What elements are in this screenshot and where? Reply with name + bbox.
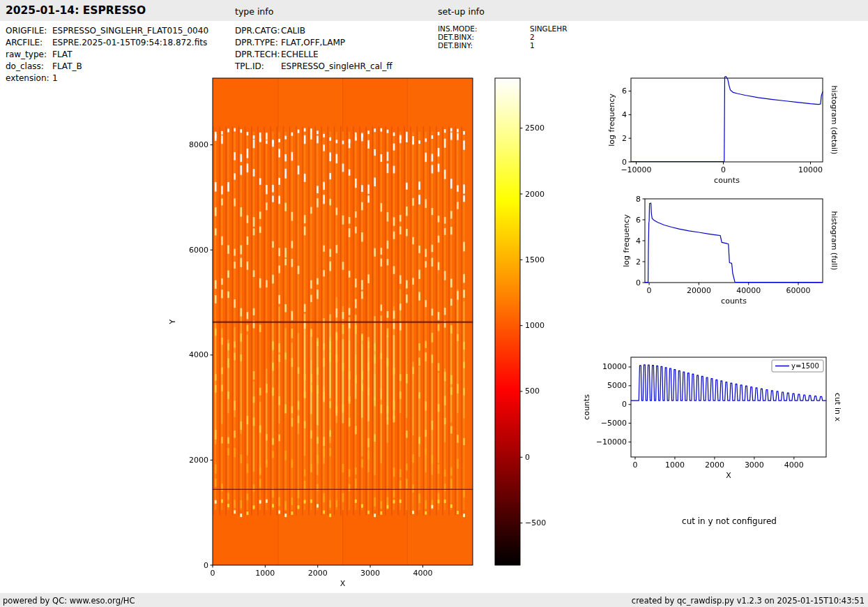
colorbar-tick-label: 0 xyxy=(525,453,530,462)
info-value: ECHELLE xyxy=(281,50,319,59)
y-axis-label: Y xyxy=(168,319,177,324)
x-tick-label: 0 xyxy=(211,569,215,578)
right-axis-label: histogram (detail) xyxy=(830,86,839,155)
x-tick-label: 20000 xyxy=(687,286,711,295)
info-value: FLAT xyxy=(52,50,72,59)
info-label: extension: xyxy=(6,73,52,84)
y-tick-label: 2000 xyxy=(189,456,208,465)
x-axis-label: X xyxy=(726,471,731,480)
info-row: do_class:FLAT_B xyxy=(6,61,208,73)
info-row: raw_type:FLAT xyxy=(6,49,208,61)
colorbar-tick-label: 500 xyxy=(525,387,540,396)
qc-report-page: 2025-01-14: ESPRESSO type info set-up in… xyxy=(0,0,868,607)
x-axis-label: X xyxy=(340,579,346,588)
data-series xyxy=(645,203,823,283)
y-tick-label: 0 xyxy=(622,400,627,409)
x-tick-label: 2000 xyxy=(308,569,328,578)
info-label: ARCFILE: xyxy=(6,37,52,49)
info-value: ESPRESSO_singleHR_cal_ff xyxy=(281,61,392,71)
x-tick-label: 60000 xyxy=(786,286,811,295)
info-label: DPR.TECH: xyxy=(235,49,281,61)
info-label: INS.MODE: xyxy=(438,24,530,33)
info-label: ORIGFILE: xyxy=(6,25,52,37)
colorbar-tick-label: 2000 xyxy=(525,190,545,199)
legend-label: y=1500 xyxy=(791,362,819,370)
info-label: TPL.ID: xyxy=(235,61,281,73)
y-tick-label: 0 xyxy=(204,561,208,570)
info-label: DPR.CATG: xyxy=(235,25,281,37)
info-value: FLAT,OFF,LAMP xyxy=(281,38,345,47)
y-tick-label: 6 xyxy=(636,216,641,225)
report-title: 2025-01-14: ESPRESSO xyxy=(6,4,146,17)
y-tick-label: −5000 xyxy=(601,419,627,428)
info-row: DET.BINY:1 xyxy=(438,41,567,50)
file-info-block: ORIGFILE:ESPRESSO_SINGLEHR_FLAT015_0040A… xyxy=(6,25,208,84)
info-row: ORIGFILE:ESPRESSO_SINGLEHR_FLAT015_0040 xyxy=(6,25,208,37)
x-tick-label: 1000 xyxy=(255,569,275,578)
y-tick-label: 8000 xyxy=(189,140,208,149)
right-axis-label: histogram (full) xyxy=(830,211,839,271)
y-tick-label: 8 xyxy=(636,195,641,204)
y-axis-label: log frequency xyxy=(622,214,631,267)
y-tick-label: 6000 xyxy=(189,246,208,255)
x-tick-label: 3000 xyxy=(745,460,764,470)
y-tick-label: 6 xyxy=(622,87,627,96)
y-tick-label: 4 xyxy=(636,237,641,246)
right-axis-label: cut in x xyxy=(833,393,842,421)
y-tick-label: 2 xyxy=(636,257,641,267)
info-label: DET.BINX: xyxy=(438,33,530,41)
footer-bar: powered by QC: www.eso.org/HC created by… xyxy=(0,593,868,607)
colorbar-gradient xyxy=(495,78,520,565)
data-series xyxy=(631,365,826,400)
type-info-heading: type info xyxy=(235,6,273,17)
info-row: DPR.TYPE:FLAT,OFF,LAMP xyxy=(235,37,392,49)
x-tick-label: 10000 xyxy=(798,165,823,174)
y-tick-label: 2 xyxy=(622,134,627,143)
y-tick-label: 10000 xyxy=(602,362,627,371)
info-value: 2 xyxy=(530,33,535,41)
histogram-detail-plot: −100000100000246countslog frequencyhisto… xyxy=(607,77,839,186)
plot-frame xyxy=(645,199,823,283)
x-tick-label: 4000 xyxy=(784,460,804,470)
plot-frame xyxy=(631,78,823,162)
x-tick-label: 40000 xyxy=(736,286,761,295)
cut-in-x-plot: 01000200030004000−10000−50000500010000Xc… xyxy=(582,357,842,480)
x-tick-label: −10000 xyxy=(620,165,651,174)
info-row: DPR.CATG:CALIB xyxy=(235,25,392,37)
legend: y=1500 xyxy=(772,360,823,372)
raw-image-canvas xyxy=(213,78,473,565)
info-value: 1 xyxy=(52,73,58,83)
x-tick-label: 0 xyxy=(721,165,726,174)
x-axis-label: counts xyxy=(714,176,740,185)
colorbar-tick-label: 1000 xyxy=(525,321,545,330)
histogram-full-plot: 020000400006000002468countslog frequency… xyxy=(622,195,839,306)
y-tick-label: −10000 xyxy=(596,437,627,447)
x-axis-label: counts xyxy=(721,297,747,306)
info-label: DPR.TYPE: xyxy=(235,37,281,49)
x-tick-label: 4000 xyxy=(413,569,432,578)
info-row: INS.MODE:SINGLEHR xyxy=(438,24,567,33)
y-tick-label: 5000 xyxy=(607,381,627,390)
info-value: CALIB xyxy=(281,26,305,36)
legend-box xyxy=(772,360,823,372)
y-tick-label: 4000 xyxy=(189,350,208,359)
setup-info-heading: set-up info xyxy=(438,6,485,17)
y-axis-label: log frequency xyxy=(607,93,616,147)
colorbar-tick-label: 2500 xyxy=(525,123,545,133)
cut-in-y-message: cut in y not configured xyxy=(631,516,828,526)
info-label: raw_type: xyxy=(6,49,52,61)
footer-powered-by: powered by QC: www.eso.org/HC xyxy=(3,596,135,606)
header-bar: 2025-01-14: ESPRESSO type info set-up in… xyxy=(0,0,868,21)
x-tick-label: 0 xyxy=(632,460,637,470)
info-value: 1 xyxy=(530,41,535,50)
data-series xyxy=(631,77,823,162)
x-tick-label: 2000 xyxy=(705,460,724,470)
info-label: DET.BINY: xyxy=(438,41,530,50)
plot-frame xyxy=(631,357,826,457)
info-row: DPR.TECH:ECHELLE xyxy=(235,49,392,61)
y-tick-label: 0 xyxy=(622,158,627,167)
x-tick-label: 1000 xyxy=(665,460,685,470)
info-row: DET.BINX:2 xyxy=(438,33,567,41)
info-row: TPL.ID:ESPRESSO_singleHR_cal_ff xyxy=(235,61,392,73)
colorbar-tick-label: 1500 xyxy=(525,255,545,264)
